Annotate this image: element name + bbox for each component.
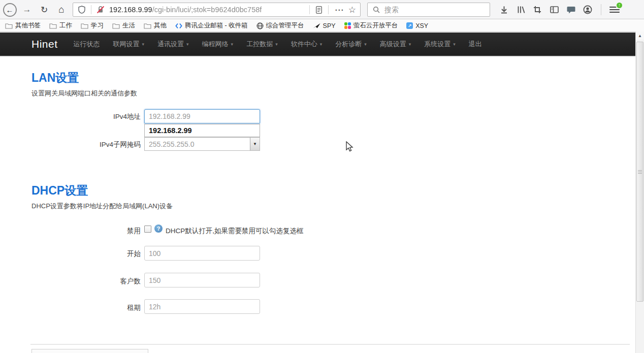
dhcp-clients-input[interactable]	[144, 273, 260, 287]
home-button[interactable]: ⌂	[54, 2, 69, 17]
folder-icon	[112, 23, 120, 29]
bookmarks-bar: 其他书签 工作 学习 生活 其他 腾讯企业邮箱 - 收件箱 综合管理平台 SP	[0, 20, 644, 32]
dhcp-start-label: 开始	[31, 249, 141, 259]
nav-item-software-center[interactable]: 软件中心▾	[284, 32, 329, 56]
account-icon[interactable]	[583, 5, 593, 15]
search-box[interactable]	[367, 3, 490, 17]
bookmark-mgmt-platform[interactable]: 综合管理平台	[256, 21, 304, 30]
bookmark-folder-work[interactable]: 工作	[49, 21, 72, 30]
vertical-scrollbar[interactable]: ▲	[635, 31, 644, 353]
ipv4-netmask-select[interactable]: 255.255.255.0 ▼	[144, 137, 260, 151]
nav-item-diagnostics[interactable]: 分析诊断▾	[329, 32, 373, 56]
bookmark-folder-life[interactable]: 生活	[112, 21, 135, 30]
xsy-icon: ↗	[406, 22, 413, 29]
dhcp-section-title: DHCP设置	[31, 183, 88, 199]
help-icon[interactable]: ?	[154, 224, 163, 233]
toolbar-divider	[601, 4, 601, 15]
nav-item-industrial-data[interactable]: 工控数据▾	[240, 32, 284, 56]
ipv4-autocomplete-item[interactable]: 192.168.2.99	[144, 124, 260, 137]
dhcp-section-subtitle: DHCP设置参数将IP地址分配给局域网(LAN)设备	[31, 202, 173, 211]
tracking-shield-icon[interactable]	[76, 6, 87, 14]
search-input[interactable]	[384, 6, 490, 14]
globe-icon	[256, 22, 264, 29]
chevron-down-icon: ▾	[409, 42, 411, 47]
urlbar-divider2	[309, 5, 310, 14]
site-navbar: Hinet 运行状态 联网设置▾ 通讯设置▾ 编程网络▾ 工控数据▾ 软件中心▾…	[0, 33, 635, 57]
back-icon: ←	[3, 3, 17, 17]
bookmark-folder-misc[interactable]: 其他	[144, 21, 167, 30]
bookmark-xsy[interactable]: ↗ XSY	[406, 22, 428, 29]
scroll-up-icon[interactable]: ▲	[636, 31, 644, 40]
lan-section-subtitle: 设置网关局域网端口相关的通信参数	[31, 89, 137, 98]
chevron-down-icon: ▾	[231, 42, 234, 47]
insecure-lock-icon[interactable]	[95, 6, 106, 14]
nav-item-network-settings[interactable]: 联网设置▾	[107, 32, 151, 56]
folder-icon	[144, 23, 151, 29]
chevron-down-icon: ▾	[186, 42, 189, 47]
library-icon[interactable]	[516, 5, 526, 15]
scrollbar-grip	[638, 170, 642, 174]
dhcp-lease-label: 租期	[31, 303, 141, 312]
folder-icon	[5, 23, 13, 29]
urlbar-divider3	[328, 5, 329, 14]
chevron-down-icon: ▾	[320, 42, 323, 47]
dhcp-disable-label: 禁用	[31, 227, 141, 236]
search-icon	[371, 6, 382, 13]
update-badge: ↑	[616, 2, 623, 9]
nav-item-system-settings[interactable]: 系统设置▾	[417, 32, 462, 56]
back-button[interactable]: ←	[2, 2, 17, 17]
downloads-icon[interactable]	[499, 5, 509, 15]
bookmark-tencent-mail[interactable]: 腾讯企业邮箱 - 收件箱	[175, 21, 248, 30]
dhcp-clients-label: 客户数	[31, 277, 141, 286]
scrollbar-thumb[interactable]	[636, 42, 643, 302]
clipped-bottom-panel	[31, 349, 148, 353]
nav-item-advanced-settings[interactable]: 高级设置▾	[373, 32, 418, 56]
url-path: /cgi-bin/luci/;stok=b9624d0bc758f	[152, 6, 262, 14]
bookmark-folder-study[interactable]: 学习	[81, 21, 104, 30]
chevron-down-icon: ▾	[275, 42, 278, 47]
menu-icon[interactable]: ↑	[609, 5, 620, 15]
forward-button[interactable]: →	[19, 2, 35, 17]
dhcp-start-input[interactable]	[144, 246, 260, 261]
chat-bubble-icon[interactable]	[566, 5, 576, 15]
ipv4-netmask-label: IPv4子网掩码	[31, 140, 141, 149]
dhcp-disable-hint: DHCP默认打开,如果需要禁用可以勾选复选框	[166, 227, 304, 236]
tencent-mail-icon	[175, 23, 182, 29]
url-text[interactable]: 192.168.9.99/cgi-bin/luci/;stok=b9624d0b…	[109, 6, 306, 14]
ipv4-address-input[interactable]	[144, 109, 260, 123]
browser-toolbar: ← → ↻ ⌂ 192.168.9.99/cgi-bin/luci/;stok=…	[0, 0, 644, 19]
spy-icon	[313, 23, 320, 29]
nav-item-comm-settings[interactable]: 通讯设置▾	[151, 32, 196, 56]
nav-item-logout[interactable]: 退出	[462, 32, 489, 56]
urlbar-divider	[91, 5, 91, 14]
lan-section-title: LAN设置	[31, 70, 79, 86]
nav-item-status[interactable]: 运行状态	[67, 32, 107, 56]
bookmark-folder-other-bookmarks[interactable]: 其他书签	[5, 21, 41, 30]
bookmark-star-icon[interactable]: ☆	[347, 5, 360, 15]
nav-item-programming-network[interactable]: 编程网络▾	[196, 32, 240, 56]
sidebar-toggle-icon[interactable]	[549, 5, 559, 15]
dhcp-disable-checkbox[interactable]	[144, 226, 151, 233]
reload-button[interactable]: ↻	[37, 2, 52, 17]
bookmark-ezviz-platform[interactable]: 萤石云开放平台	[344, 21, 398, 30]
folder-icon	[81, 23, 88, 29]
ipv4-address-label: IPv4地址	[31, 112, 141, 121]
chevron-down-icon: ▾	[364, 42, 367, 47]
page-actions-icon[interactable]: ···	[332, 6, 347, 14]
screenshot-icon[interactable]	[532, 5, 542, 15]
bookmark-spy[interactable]: SPY	[313, 22, 336, 29]
ezviz-icon	[344, 22, 351, 29]
dhcp-lease-input[interactable]	[144, 299, 260, 314]
brand-logo[interactable]: Hinet	[31, 38, 58, 50]
browser-window: ← → ↻ ⌂ 192.168.9.99/cgi-bin/luci/;stok=…	[0, 0, 644, 353]
chevron-down-icon: ▾	[142, 42, 145, 47]
folder-icon	[49, 23, 57, 29]
url-host: 192.168.9.99	[109, 6, 152, 14]
select-dropdown-icon[interactable]: ▼	[250, 138, 260, 150]
chevron-down-icon: ▾	[453, 42, 456, 47]
url-bar[interactable]: 192.168.9.99/cgi-bin/luci/;stok=b9624d0b…	[73, 3, 361, 17]
mouse-cursor	[345, 141, 355, 154]
section-divider	[30, 344, 630, 345]
reader-mode-icon[interactable]	[313, 6, 325, 14]
